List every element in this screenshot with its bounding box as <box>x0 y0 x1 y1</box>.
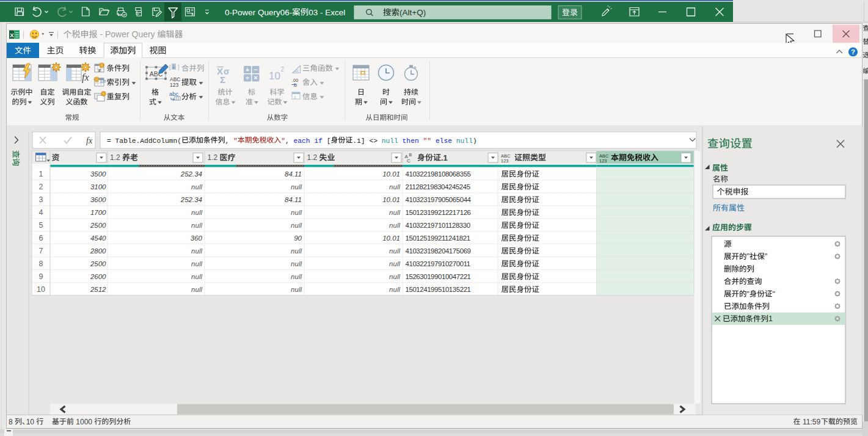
svg-text:else: else <box>436 137 452 145</box>
svg-text:=: = <box>107 137 111 145</box>
svg-text:Excel: Excel <box>325 8 345 17</box>
svg-text:": " <box>772 290 775 299</box>
svg-text:90: 90 <box>294 234 302 242</box>
svg-text:4: 4 <box>39 208 43 217</box>
svg-text:2500: 2500 <box>90 222 106 229</box>
svg-text:8: 8 <box>9 418 13 426</box>
svg-text:null: null <box>291 286 302 293</box>
svg-text:252.34: 252.34 <box>180 170 202 178</box>
svg-text:84.11: 84.11 <box>285 170 302 178</box>
svg-text:null: null <box>191 209 202 216</box>
svg-text:Σ: Σ <box>220 74 225 85</box>
svg-text:÷: ÷ <box>246 74 249 81</box>
svg-text:Query06-: Query06- <box>258 8 292 17</box>
svg-text:.1: .1 <box>441 153 448 162</box>
svg-text:123: 123 <box>100 79 106 83</box>
svg-text:152630199010047221: 152630199010047221 <box>406 273 471 280</box>
svg-text:B: B <box>409 153 412 157</box>
svg-text:fx: fx <box>86 136 93 145</box>
svg-text:if: if <box>315 137 323 145</box>
svg-text:[: [ <box>327 137 331 145</box>
svg-text:2: 2 <box>281 66 285 73</box>
svg-text:null: null <box>389 286 400 293</box>
svg-text:9: 9 <box>39 272 43 281</box>
svg-text:6: 6 <box>39 234 43 242</box>
svg-text:211282198304245245: 211282198304245245 <box>406 183 470 191</box>
svg-text:then: then <box>403 137 419 145</box>
svg-text:X: X <box>10 32 14 38</box>
svg-text:1000: 1000 <box>76 418 92 426</box>
svg-text:1700: 1700 <box>90 209 106 216</box>
svg-text:123: 123 <box>170 82 178 88</box>
svg-text:84.11: 84.11 <box>285 196 302 203</box>
svg-text:1.2: 1.2 <box>307 153 318 162</box>
svg-text:): ) <box>473 137 477 145</box>
svg-text:10: 10 <box>37 285 45 294</box>
svg-text:410322197101128330: 410322197101128330 <box>406 222 470 229</box>
svg-text:abc: abc <box>169 90 179 97</box>
svg-text:3600: 3600 <box>90 196 106 203</box>
svg-text:null: null <box>382 137 398 145</box>
svg-text:,: , <box>225 137 230 145</box>
svg-text:360: 360 <box>191 234 203 242</box>
svg-text:252.34: 252.34 <box>180 196 202 203</box>
svg-text:10.01: 10.01 <box>382 196 400 203</box>
svg-text:410322197910270011: 410322197910270011 <box>406 260 470 267</box>
svg-text:2: 2 <box>39 183 43 191</box>
svg-text:150124199510135221: 150124199510135221 <box>406 286 471 293</box>
svg-text:2800: 2800 <box>90 247 106 255</box>
svg-text:123: 123 <box>599 158 607 164</box>
svg-text:Power: Power <box>105 29 129 39</box>
svg-text:,: , <box>285 137 290 145</box>
svg-text:10.01: 10.01 <box>382 234 400 242</box>
svg-text:+: + <box>246 66 249 73</box>
svg-text:150125199211241821: 150125199211241821 <box>406 234 470 242</box>
svg-text:.1]: .1] <box>352 137 365 145</box>
svg-text:": " <box>747 252 749 261</box>
svg-text:null: null <box>389 222 400 229</box>
svg-text:410323197905065044: 410323197905065044 <box>406 196 472 203</box>
svg-text:fx: fx <box>82 72 89 83</box>
svg-text:10: 10 <box>269 70 280 82</box>
svg-text:": " <box>233 137 238 145</box>
svg-text:null: null <box>191 273 202 280</box>
svg-text:7: 7 <box>39 247 43 255</box>
svg-text:null: null <box>291 209 302 216</box>
svg-text:null: null <box>291 247 302 255</box>
svg-text:1: 1 <box>768 314 773 323</box>
svg-text:150123199212217126: 150123199212217126 <box>406 209 471 216</box>
svg-text:10: 10 <box>26 418 35 426</box>
svg-text:null: null <box>389 247 400 255</box>
svg-text:null: null <box>191 183 202 191</box>
svg-text:×: × <box>253 74 257 81</box>
svg-text:−: − <box>253 66 257 73</box>
svg-text:"": "" <box>423 137 432 145</box>
svg-text:3100: 3100 <box>90 183 106 191</box>
svg-text:1.2: 1.2 <box>208 153 218 162</box>
svg-text:null: null <box>389 183 400 191</box>
svg-text:(Alt+Q): (Alt+Q) <box>399 8 426 17</box>
svg-text:8: 8 <box>39 260 43 268</box>
svg-text:11:59: 11:59 <box>803 418 820 426</box>
svg-text:03: 03 <box>308 8 318 17</box>
svg-text:null: null <box>389 273 400 280</box>
svg-text:410322198108068355: 410322198108068355 <box>406 170 471 178</box>
svg-text:null: null <box>291 183 302 191</box>
svg-text:5: 5 <box>39 221 43 230</box>
svg-text:": " <box>281 137 285 145</box>
svg-text:null: null <box>291 222 302 229</box>
svg-text:Query: Query <box>132 29 155 39</box>
svg-text:null: null <box>291 273 302 280</box>
svg-text:each: each <box>294 137 310 145</box>
svg-text:null: null <box>191 222 202 229</box>
svg-text:]: ] <box>178 64 180 70</box>
svg-text:2600: 2600 <box>90 273 106 280</box>
svg-text:<>: <> <box>369 137 377 145</box>
svg-text:null: null <box>389 209 400 216</box>
svg-text:0-Power: 0-Power <box>225 8 256 17</box>
svg-text:3: 3 <box>39 195 43 204</box>
svg-text:2500: 2500 <box>90 260 106 267</box>
svg-text:": " <box>765 252 767 261</box>
svg-text:null: null <box>291 260 302 267</box>
svg-text:2512: 2512 <box>90 286 106 293</box>
